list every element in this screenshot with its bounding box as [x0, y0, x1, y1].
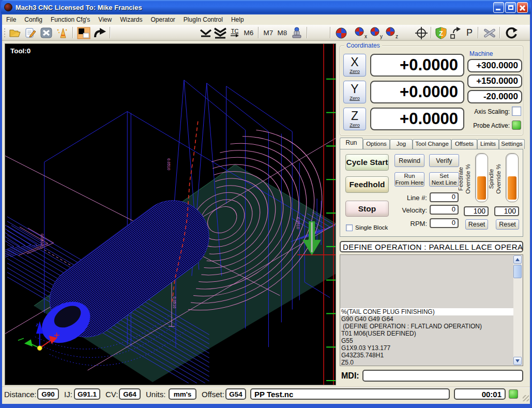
close-button[interactable] [517, 2, 528, 13]
scroll-down-button[interactable] [513, 357, 522, 365]
loaded-file-name[interactable]: PP Test.nc [250, 388, 450, 400]
machine-label: Machine [469, 50, 493, 57]
edit-file-button[interactable] [24, 26, 37, 39]
ij-mode-value[interactable]: G91.1 [74, 388, 100, 400]
menu-function-cfgs[interactable]: Function Cfg's [47, 15, 94, 24]
gcode-line[interactable]: G90 G40 G49 G64 [340, 315, 514, 323]
gcode-line[interactable]: G1X9.03 Y13.177 [340, 344, 514, 352]
cv-mode-value[interactable]: G64 [119, 388, 141, 400]
spindle-button[interactable] [290, 26, 304, 39]
tab-limits[interactable]: Limits [477, 139, 499, 149]
stop-button[interactable]: Stop [345, 201, 389, 217]
maximize-button[interactable] [505, 2, 516, 13]
single-block-checkbox[interactable] [346, 224, 353, 231]
m6-button[interactable]: M6 [242, 26, 255, 39]
cycle-start-button[interactable]: Cycle Start [345, 154, 389, 171]
gcode-line[interactable]: T01 M06(USER DEFINED) [340, 330, 514, 337]
run-from-here-button[interactable]: Run From Here [394, 172, 424, 187]
zero-z-button[interactable]: z [385, 26, 401, 39]
mdi-input[interactable] [362, 370, 523, 382]
toolbar-grip [3, 26, 6, 39]
menu-config[interactable]: Config [20, 15, 47, 24]
velocity-field[interactable]: 0 [430, 205, 459, 215]
set-next-line-button[interactable]: Set Next Line [429, 172, 459, 187]
zero-z-axis-button[interactable]: Z Zero [343, 108, 366, 130]
tab-options[interactable]: Options [363, 139, 390, 149]
menu-wizards[interactable]: Wizards [116, 15, 146, 24]
spindle-override-value[interactable]: 100 [494, 206, 519, 216]
toolpath-viewport[interactable]: 0.0510 0.0510 0.0510 0.0510 z [5, 43, 336, 385]
tab-run[interactable]: Run [340, 138, 363, 149]
title-bar[interactable]: Mach3 CNC Licensed To: Mike Francies [1, 0, 531, 14]
tool-change-button[interactable]: TC [229, 26, 241, 39]
tab-jog[interactable]: Jog [390, 139, 413, 149]
z-dro[interactable]: +0.0000 [370, 108, 464, 130]
tab-settings[interactable]: Settings [499, 139, 525, 149]
menu-view[interactable]: View [94, 15, 116, 24]
zero-y-axis-button[interactable]: Y Zero [343, 81, 366, 103]
gcode-current-line[interactable]: %(TAIL CONE PLUG FINISHING) [340, 308, 514, 315]
rewind-button[interactable]: Rewind [394, 154, 424, 167]
run-panel: Cycle Start Feedhold Stop Single Block R… [340, 149, 523, 237]
feedhold-button[interactable]: Feedhold [345, 176, 389, 193]
feedrate-override-slider[interactable] [475, 153, 488, 202]
machine-x-dro[interactable]: +300.0000 [467, 59, 522, 72]
tab-tool-change[interactable]: Tool Change [413, 139, 451, 149]
probe-active-label: Probe Active: [468, 122, 510, 129]
toolbar: TC M6 M7 M8 x y z [2, 25, 530, 41]
scroll-up-button[interactable] [513, 255, 522, 264]
settings-tools-button[interactable] [482, 26, 497, 39]
minimize-button[interactable] [493, 2, 504, 13]
spindle-reset-button[interactable]: Reset [496, 219, 519, 230]
feedrate-reset-button[interactable]: Reset [465, 219, 488, 230]
rpm-field[interactable]: 0 [430, 218, 459, 228]
menu-file[interactable]: File [2, 15, 20, 24]
zero-x-axis-button[interactable]: X Zero [343, 54, 366, 77]
y-dro[interactable]: +0.0000 [370, 81, 464, 103]
goto-zero-button[interactable] [414, 26, 429, 39]
refresh-button[interactable] [504, 26, 519, 39]
menu-plugin-control[interactable]: PlugIn Control [179, 15, 227, 24]
safe-z-button[interactable]: Z [434, 26, 448, 39]
gcode-line[interactable]: G55 [340, 337, 514, 344]
wizard-button[interactable] [55, 26, 69, 39]
open-file-button[interactable] [8, 26, 22, 39]
machine-y-dro[interactable]: +150.0000 [467, 74, 522, 88]
menu-help[interactable]: Help [227, 15, 248, 24]
feedrate-override-value[interactable]: 100 [464, 206, 489, 216]
m7-button[interactable]: M7 [262, 26, 275, 39]
raise-z-button[interactable] [213, 26, 227, 39]
probe-button[interactable]: P [464, 26, 475, 39]
gcode-line[interactable]: (DEFINE OPERATION : FLATLAND OPERATION) [340, 323, 514, 330]
scroll-thumb[interactable] [513, 265, 522, 278]
gcode-list[interactable]: %(TAIL CONE PLUG FINISHING) G90 G40 G49 … [340, 254, 523, 366]
spindle-override-slider[interactable] [506, 153, 519, 202]
m8-button[interactable]: M8 [276, 26, 289, 39]
ref-all-axes-button[interactable] [335, 26, 348, 39]
rpm-label: RPM: [392, 220, 427, 228]
gcode-scrollbar[interactable] [513, 255, 522, 365]
tab-offsets[interactable]: Offsets [451, 139, 477, 149]
x-dro[interactable]: +0.0000 [370, 54, 464, 77]
line-number-field[interactable]: 0 [430, 192, 459, 202]
feedrate-override-fill[interactable] [477, 176, 486, 200]
probe-active-led [512, 120, 521, 130]
close-file-button[interactable] [39, 26, 53, 39]
display-mode-button[interactable] [77, 26, 91, 39]
gcode-line[interactable]: G43Z35.748H1 [340, 352, 514, 359]
regenerate-button[interactable] [93, 26, 108, 39]
distance-mode-value[interactable]: G90 [37, 388, 59, 400]
units-value[interactable]: mm's [169, 388, 196, 400]
verify-button[interactable]: Verify [429, 154, 459, 167]
set-origin-button[interactable] [449, 26, 463, 39]
axis-scaling-checkbox[interactable] [512, 107, 521, 116]
lower-z-button[interactable] [199, 26, 212, 39]
zero-y-button[interactable]: y [370, 26, 385, 39]
spindle-override-fill[interactable] [508, 176, 516, 200]
machine-z-dro[interactable]: -20.0000 [467, 90, 522, 103]
gcode-line[interactable]: Z5.0 [340, 359, 514, 366]
zero-x-button[interactable]: x [354, 26, 370, 39]
resize-grip[interactable] [523, 395, 529, 401]
offset-value[interactable]: G54 [225, 388, 246, 400]
menu-operator[interactable]: Operator [147, 15, 179, 24]
